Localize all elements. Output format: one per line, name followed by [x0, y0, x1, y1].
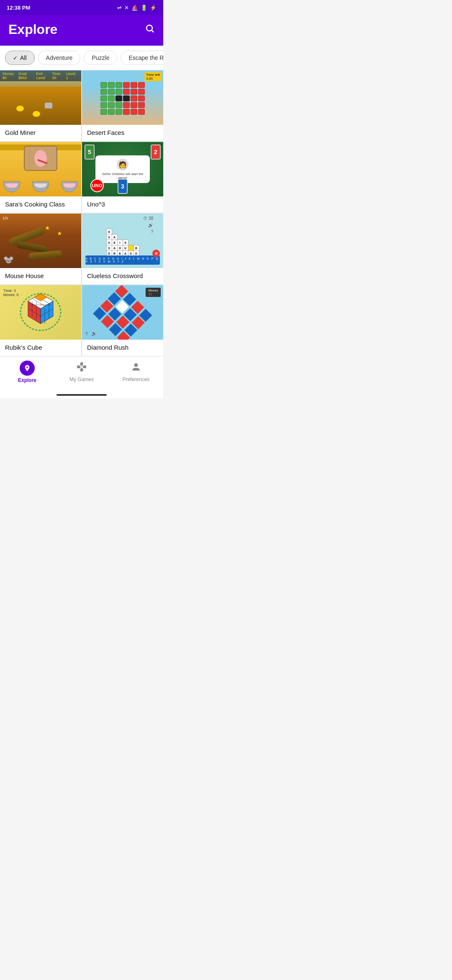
game-title-desert-faces: Desert Faces — [82, 125, 163, 141]
page-title: Explore — [8, 22, 57, 37]
game-title-clueless-crossword: Clueless Crossword — [82, 268, 163, 284]
my-games-label: My Games — [69, 377, 94, 382]
game-title-diamonds: Diamond Rush — [82, 340, 163, 356]
nav-explore[interactable]: Explore — [0, 361, 54, 383]
game-title-uno3: Uno^3 — [82, 196, 163, 213]
game-card-clueless-crossword[interactable]: ⏱ 38 🔊 ? A S A — [82, 214, 163, 284]
game-thumb-cooking: Slice Challots — [0, 142, 81, 196]
game-thumb-rubik: Time: 3 Moves: 0 — [0, 285, 81, 340]
close-icon: ✕ — [124, 5, 129, 11]
star-2: ★ — [57, 230, 62, 237]
preferences-icon — [131, 361, 141, 375]
bottom-indicator — [0, 392, 163, 398]
game-thumb-uno: 5 2 3 🧑 Señor Ordóñez will start the gam… — [82, 142, 163, 196]
filter-chip-puzzle[interactable]: Puzzle — [84, 51, 117, 65]
filter-adventure-label: Adventure — [46, 54, 73, 61]
gold-miner-hud: Money $0Goal: $650Exit LevelTime: 36Leve… — [0, 70, 81, 81]
filter-puzzle-label: Puzzle — [92, 54, 109, 61]
help-icon: ? — [85, 331, 88, 336]
game-card-gold-miner[interactable]: Money $0Goal: $650Exit LevelTime: 36Leve… — [0, 70, 81, 141]
game-card-rubik[interactable]: Time: 3 Moves: 0 — [0, 285, 81, 356]
preferences-label: Preferences — [123, 377, 150, 382]
nav-my-games[interactable]: My Games — [54, 361, 109, 382]
uno-badge: UNO — [90, 179, 104, 192]
game-title-gold-miner: Gold Miner — [0, 125, 81, 141]
check-icon: ✓ — [13, 55, 18, 61]
explore-label: Explore — [18, 377, 36, 383]
gold-nugget-1 — [16, 106, 24, 111]
alphabet-bar: A B C D E F G H I J K L M N O P Q R S T … — [85, 255, 160, 265]
filter-chip-all[interactable]: ✓ All — [5, 51, 35, 65]
gold-nugget-2 — [33, 111, 40, 117]
rubik-svg — [20, 289, 62, 335]
close-crossword-btn[interactable]: ✕ — [152, 250, 160, 257]
svg-line-1 — [152, 30, 154, 32]
star-1: ★ — [45, 224, 50, 231]
nav-preferences[interactable]: Preferences — [109, 361, 163, 382]
filter-bar: ✓ All Adventure Puzzle Escape the Room — [0, 46, 163, 70]
game-thumb-desert-faces: Time left1:21 — [82, 70, 163, 125]
filter-chip-adventure[interactable]: Adventure — [38, 51, 81, 65]
desert-timer: Time left1:21 — [144, 72, 162, 81]
game-thumb-mouse-house: 1/3 ★ ★ 🐭 — [0, 214, 81, 268]
face-grid — [100, 82, 145, 115]
sound-icon: 🔊 — [91, 331, 97, 336]
game-thumb-diamonds: Moves11 ? 🔊 — [82, 285, 163, 340]
game-card-diamonds[interactable]: Moves11 ? 🔊 — [82, 285, 163, 356]
header: Explore — [0, 15, 163, 46]
battery-icon: 🔋 — [141, 5, 147, 11]
game-title-saras-cooking: Sara's Cooking Class — [0, 196, 81, 213]
lightning-icon: ⚡ — [150, 5, 157, 11]
games-grid: Money $0Goal: $650Exit LevelTime: 36Leve… — [0, 70, 163, 356]
game-card-mouse-house[interactable]: 1/3 ★ ★ 🐭 Mouse House — [0, 214, 81, 284]
my-games-icon — [76, 361, 87, 375]
svg-point-0 — [146, 25, 152, 31]
game-thumb-gold-miner: Money $0Goal: $650Exit LevelTime: 36Leve… — [0, 70, 81, 125]
home-indicator — [56, 394, 107, 396]
filter-escape-label: Escape the Room — [128, 54, 163, 61]
explore-icon — [20, 361, 35, 376]
filter-all-label: All — [20, 54, 27, 61]
moves-hud: Moves11 — [146, 288, 161, 297]
status-icons: ⇌ ✕ ⛵ 🔋 ⚡ — [117, 5, 157, 11]
rubik-hud: Time: 3 Moves: 0 — [3, 289, 19, 297]
game-title-mouse-house: Mouse House — [0, 268, 81, 284]
filter-chip-escape[interactable]: Escape the Room — [121, 51, 163, 65]
game-title-rubik: Rubik's Cube — [0, 340, 81, 356]
game-card-desert-faces[interactable]: Time left1:21 — [82, 70, 163, 141]
status-bar: 12:38 PM ⇌ ✕ ⛵ 🔋 ⚡ — [0, 0, 163, 15]
game-card-saras-cooking[interactable]: Slice Challots Sara's Cooking Class — [0, 142, 81, 213]
rock-1 — [45, 103, 52, 108]
sailboat-icon: ⛵ — [131, 5, 138, 11]
cast-icon: ⇌ — [117, 5, 122, 11]
search-button[interactable] — [145, 23, 155, 36]
game-card-uno3[interactable]: 5 2 3 🧑 Señor Ordóñez will start the gam… — [82, 142, 163, 213]
status-time: 12:38 PM — [7, 5, 30, 11]
bottom-nav: Explore My Games Preferences — [0, 356, 163, 392]
game-thumb-crossword: ⏱ 38 🔊 ? A S A — [82, 214, 163, 268]
